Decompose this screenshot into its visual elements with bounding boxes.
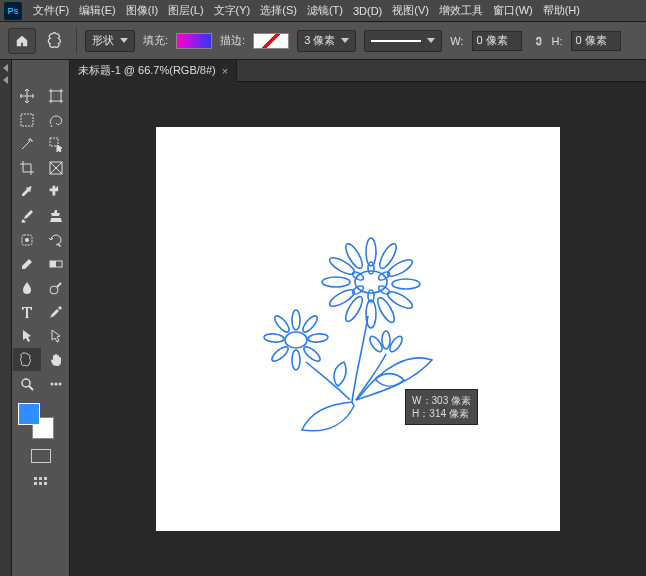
svg-point-33 xyxy=(292,310,300,330)
svg-point-23 xyxy=(322,277,350,287)
width-label: W: xyxy=(450,35,463,47)
brush-tool[interactable] xyxy=(13,204,41,227)
document-tab[interactable]: 未标题-1 @ 66.7%(RGB/8#) × xyxy=(70,60,237,82)
canvas[interactable]: W：303 像素 H：314 像素 xyxy=(156,127,560,531)
clone-stamp-tool[interactable] xyxy=(42,204,70,227)
menu-layer[interactable]: 图层(L) xyxy=(163,1,208,20)
menu-plugins[interactable]: 增效工具 xyxy=(434,1,488,20)
svg-point-30 xyxy=(351,284,364,295)
pen-tool[interactable] xyxy=(42,300,70,323)
stroke-width-value: 3 像素 xyxy=(304,33,335,48)
crop-tool[interactable] xyxy=(13,156,41,179)
svg-point-32 xyxy=(285,332,307,348)
svg-point-22 xyxy=(327,287,356,310)
lasso-tool[interactable] xyxy=(42,108,70,131)
svg-point-36 xyxy=(302,345,322,364)
direct-select-tool[interactable] xyxy=(42,324,70,347)
menu-type[interactable]: 文字(Y) xyxy=(209,1,256,20)
menu-image[interactable]: 图像(I) xyxy=(121,1,163,20)
svg-point-9 xyxy=(22,379,30,387)
frame-tool[interactable] xyxy=(42,156,70,179)
svg-point-39 xyxy=(264,333,285,343)
height-label: H: xyxy=(552,35,563,47)
svg-point-5 xyxy=(25,238,29,242)
chevron-down-icon xyxy=(427,38,435,43)
custom-shape-tool[interactable] xyxy=(13,348,41,371)
hand-tool[interactable] xyxy=(42,348,70,371)
path-select-tool[interactable] xyxy=(13,324,41,347)
svg-point-17 xyxy=(392,279,420,289)
home-button[interactable] xyxy=(8,28,36,54)
custom-shape-tool-icon[interactable] xyxy=(44,29,68,53)
chevron-down-icon xyxy=(120,38,128,43)
stroke-label: 描边: xyxy=(220,33,245,48)
dodge-tool[interactable] xyxy=(42,276,70,299)
artboard-tool[interactable] xyxy=(42,84,70,107)
quick-mask-toggle[interactable] xyxy=(31,449,51,463)
svg-point-21 xyxy=(343,294,366,323)
svg-point-15 xyxy=(377,241,400,270)
tooltip-height: H：314 像素 xyxy=(412,407,471,420)
chevron-left-icon xyxy=(3,64,8,72)
width-input[interactable]: 0 像素 xyxy=(472,31,522,51)
wand-tool[interactable] xyxy=(13,132,41,155)
document-area: 未标题-1 @ 66.7%(RGB/8#) × xyxy=(70,60,646,576)
menu-help[interactable]: 帮助(H) xyxy=(538,1,585,20)
stroke-swatch[interactable] xyxy=(253,33,289,49)
svg-point-12 xyxy=(59,382,62,385)
toolbar xyxy=(12,60,70,576)
gradient-tool[interactable] xyxy=(42,252,70,275)
menu-edit[interactable]: 编辑(E) xyxy=(74,1,121,20)
stroke-width-input[interactable]: 3 像素 xyxy=(297,30,356,52)
svg-point-26 xyxy=(368,262,374,274)
edit-toolbar[interactable] xyxy=(42,372,70,395)
svg-point-10 xyxy=(51,382,54,385)
panel-collapse-strip[interactable] xyxy=(0,60,12,576)
spot-heal-tool[interactable] xyxy=(42,180,70,203)
fill-swatch[interactable] xyxy=(176,33,212,49)
eyedropper-tool[interactable] xyxy=(13,180,41,203)
history-brush-tool[interactable] xyxy=(42,228,70,251)
svg-rect-0 xyxy=(51,91,61,101)
menu-select[interactable]: 选择(S) xyxy=(255,1,302,20)
document-tabbar: 未标题-1 @ 66.7%(RGB/8#) × xyxy=(70,60,646,82)
foreground-color[interactable] xyxy=(18,403,40,425)
svg-point-38 xyxy=(270,345,290,364)
svg-rect-7 xyxy=(50,261,56,267)
dimension-tooltip: W：303 像素 H：314 像素 xyxy=(405,389,478,425)
app-logo: Ps xyxy=(4,2,22,20)
menu-window[interactable]: 窗口(W) xyxy=(488,1,538,20)
height-input[interactable]: 0 像素 xyxy=(571,31,621,51)
home-icon xyxy=(15,34,29,48)
blur-tool[interactable] xyxy=(13,276,41,299)
screen-mode-toggle[interactable] xyxy=(34,477,47,485)
options-bar: 形状 填充: 描边: 3 像素 W: 0 像素 H: 0 像素 xyxy=(0,22,646,60)
eraser-tool[interactable] xyxy=(13,252,41,275)
stroke-style-dropdown[interactable] xyxy=(364,30,442,52)
object-select-tool[interactable] xyxy=(42,132,70,155)
menu-3d[interactable]: 3D(D) xyxy=(348,3,387,19)
menu-view[interactable]: 视图(V) xyxy=(387,1,434,20)
chevron-left-icon xyxy=(3,76,8,84)
patch-tool[interactable] xyxy=(13,228,41,251)
menu-file[interactable]: 文件(F) xyxy=(28,1,74,20)
menubar: Ps 文件(F) 编辑(E) 图像(I) 图层(L) 文字(Y) 选择(S) 滤… xyxy=(0,0,646,22)
svg-point-19 xyxy=(375,295,398,324)
type-tool[interactable] xyxy=(13,300,41,323)
svg-point-28 xyxy=(377,284,390,295)
svg-point-8 xyxy=(50,286,58,294)
canvas-viewport[interactable]: W：303 像素 H：314 像素 xyxy=(70,82,646,576)
svg-point-35 xyxy=(308,333,329,343)
svg-point-37 xyxy=(292,350,300,370)
move-tool[interactable] xyxy=(13,84,41,107)
svg-rect-1 xyxy=(21,114,33,126)
chevron-down-icon xyxy=(341,38,349,43)
close-icon[interactable]: × xyxy=(222,65,228,77)
shape-mode-dropdown[interactable]: 形状 xyxy=(85,30,135,52)
svg-point-16 xyxy=(385,257,414,280)
link-icon[interactable] xyxy=(530,34,544,48)
zoom-tool[interactable] xyxy=(13,372,41,395)
marquee-tool[interactable] xyxy=(13,108,41,131)
svg-point-20 xyxy=(366,300,376,328)
menu-filter[interactable]: 滤镜(T) xyxy=(302,1,348,20)
